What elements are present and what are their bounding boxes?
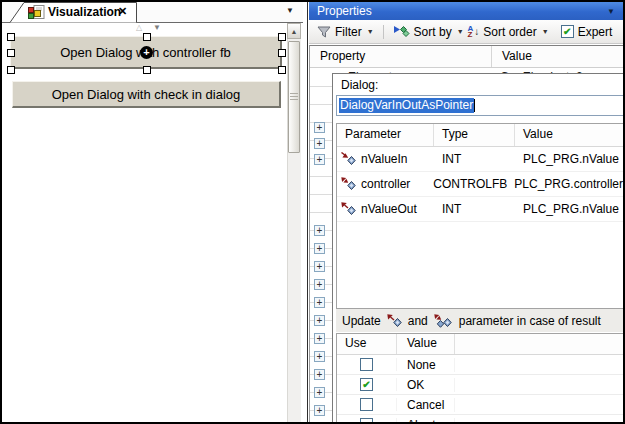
use-abort-checkbox[interactable] [360,418,373,422]
empty-header [455,334,623,354]
result-row[interactable]: Abort [337,415,623,422]
expand-plus-icon[interactable] [314,351,325,362]
expand-plus-icon[interactable] [314,405,325,416]
document-tab-bar: Visualization ✕ ▼ [2,2,303,23]
sort-order-button[interactable]: Sort order [483,25,536,39]
scrollbar-thumb[interactable] [288,41,300,153]
expand-plus-icon[interactable] [314,297,325,308]
panel-menu-dropdown-icon[interactable]: ▼ [607,7,615,16]
result-row[interactable]: ✔ OK [337,375,623,395]
param-out-icon [387,314,402,328]
dialog-name-input[interactable]: DialogVarInOutAsPointer [336,95,623,116]
param-row[interactable]: controller CONTROLFB PLC_PRG.controller [337,172,623,197]
open-dialog-check-button[interactable]: Open Dialog with check in dialog [12,81,281,108]
param-name: nValueOut [361,202,417,216]
filter-icon[interactable] [317,25,331,38]
sort-by-icon[interactable] [393,25,410,38]
use-ok-checkbox[interactable]: ✔ [360,378,373,391]
filter-dropdown-icon[interactable]: ▼ [367,28,374,35]
properties-panel-header: Properties ▼ [309,2,623,20]
scrollbar-up-icon[interactable]: ▲ [287,23,301,39]
parameter-table: Parameter Type Value nValueIn IN [336,123,623,309]
param-name: controller [361,177,410,191]
param-value[interactable]: PLC_PRG.controller [506,177,623,191]
panel-divider[interactable] [307,2,308,422]
property-column-header[interactable]: Property [310,46,492,67]
param-in-icon [341,152,356,166]
param-row[interactable]: nValueIn INT PLC_PRG.nValue [337,147,623,172]
expert-label: Expert [578,25,613,39]
param-type: INT [434,152,515,166]
param-row[interactable]: nValueOut INT PLC_PRG.nValue [337,197,623,222]
result-value: None [397,358,455,372]
expand-plus-icon[interactable] [314,138,325,149]
param-type: INT [434,202,515,216]
visualization-icon [28,5,45,20]
expand-plus-icon[interactable] [314,261,325,272]
filter-button[interactable]: Filter [335,25,362,39]
selection-handle-w[interactable] [7,49,15,57]
ide-window: Visualization ✕ ▼ △ ▼ Open Dialog with c… [0,0,625,424]
selection-handle-sw[interactable] [7,66,15,74]
result-table: Use Value None ✔ OK Cancel [336,333,623,422]
type-header[interactable]: Type [434,124,515,146]
selected-text: DialogVarInOutAsPointer [339,98,474,113]
update-word: Update [342,314,381,328]
grid-header-row: Property Value [310,46,623,68]
selection-handle-s[interactable] [143,66,151,74]
param-name: nValueIn [361,152,407,166]
result-word: parameter in case of result [459,314,601,328]
value-column-header[interactable]: Value [492,46,623,67]
sort-order-dropdown-icon[interactable]: ▼ [542,28,549,35]
dialog-label: Dialog: [341,78,378,92]
sort-by-button[interactable]: Sort by [414,25,452,39]
selection-handle-ne[interactable] [278,33,286,41]
expert-checkbox[interactable]: ✔ [561,25,574,38]
sort-by-dropdown-icon[interactable]: ▼ [457,28,464,35]
move-anchor-icon[interactable]: + [140,46,153,59]
expand-plus-icon[interactable] [314,279,325,290]
properties-title: Properties [317,4,372,18]
scrollbar-grip [290,93,298,101]
tab-list-dropdown-icon[interactable]: ▼ [286,6,294,15]
expand-plus-icon[interactable] [314,154,325,165]
result-value: Cancel [397,398,455,412]
tab-visualization[interactable]: Visualization [48,5,121,19]
expand-plus-icon[interactable] [314,333,325,344]
selection-handle-n[interactable] [143,33,151,41]
scroll-anchor-up-icon[interactable]: △ [136,23,142,32]
property-grid: Property Value Element name GenElemInst_… [309,45,623,422]
text-caret [474,99,475,112]
value-header[interactable]: Value [515,124,623,146]
value-header[interactable]: Value [397,334,455,354]
result-table-header: Use Value [337,334,623,355]
param-inout-icon [341,177,356,191]
selection-handle-nw[interactable] [7,33,15,41]
scroll-anchor-down-icon[interactable]: ▼ [153,23,161,32]
expand-gutter [310,69,332,422]
param-type: CONTROLFB [425,177,506,191]
sort-order-icon[interactable]: A Z ↓ [468,26,480,38]
selection-handle-se[interactable] [278,66,286,74]
param-out-icon [341,202,356,216]
update-parameter-line: Update and parameter in case of result [336,309,623,332]
use-cancel-checkbox[interactable] [360,398,373,411]
selection-handle-e[interactable] [278,49,286,57]
use-header[interactable]: Use [337,334,397,354]
result-row[interactable]: Cancel [337,395,623,415]
dialog-editor-overlay: Dialog: DialogVarInOutAsPointer Paramete… [332,73,623,422]
result-row[interactable]: None [337,355,623,375]
properties-toolbar: Filter ▼ Sort by ▼ A Z ↓ Sort order ▼ ✔ … [309,20,623,44]
parameter-header[interactable]: Parameter [337,124,434,146]
and-word: and [408,314,428,328]
param-value[interactable]: PLC_PRG.nValue [515,202,623,216]
param-value[interactable]: PLC_PRG.nValue [515,152,623,166]
expand-plus-icon[interactable] [314,225,325,236]
expand-plus-icon[interactable] [314,122,325,133]
expand-plus-icon[interactable] [314,387,325,398]
close-tab-icon[interactable]: ✕ [118,5,127,18]
expand-plus-icon[interactable] [314,369,325,380]
expand-plus-icon[interactable] [314,315,325,326]
expand-plus-icon[interactable] [314,243,325,254]
use-none-checkbox[interactable] [360,358,373,371]
